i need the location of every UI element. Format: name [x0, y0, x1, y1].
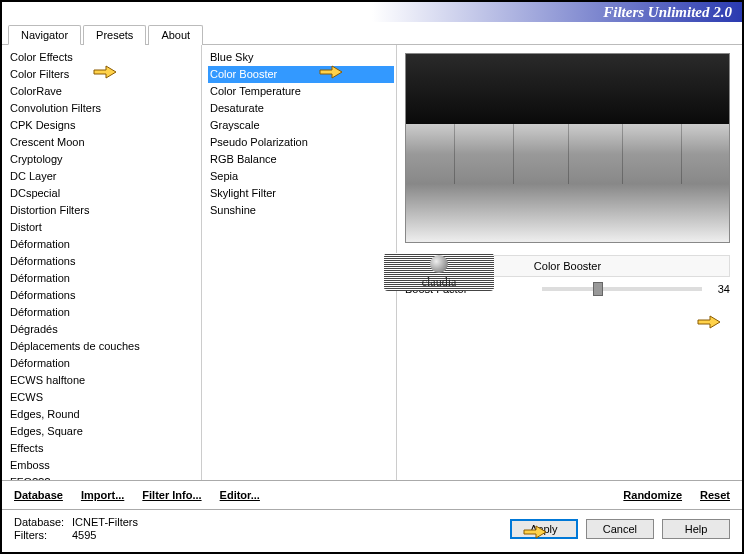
list-item[interactable]: ColorRave: [8, 83, 199, 100]
list-item[interactable]: Effects: [8, 440, 199, 457]
list-item[interactable]: Déformations: [8, 287, 199, 304]
list-item[interactable]: Déformation: [8, 355, 199, 372]
list-item[interactable]: Sunshine: [208, 202, 394, 219]
list-item[interactable]: Color Filters: [8, 66, 199, 83]
toolbar-reset[interactable]: Reset: [700, 489, 730, 501]
list-item[interactable]: ECWS: [8, 389, 199, 406]
list-item[interactable]: Color Temperature: [208, 83, 394, 100]
list-item[interactable]: Déformations: [8, 253, 199, 270]
footer-database-label: Database:: [14, 516, 72, 529]
list-item[interactable]: Sepia: [208, 168, 394, 185]
header-title: Filters Unlimited 2.0: [603, 4, 732, 21]
toolbar-import[interactable]: Import...: [81, 489, 124, 501]
list-item[interactable]: Blue Sky: [208, 49, 394, 66]
watermark: claudia: [384, 253, 494, 291]
footer-database-value: ICNET-Filters: [72, 516, 138, 529]
list-item[interactable]: Color Effects: [8, 49, 199, 66]
list-item[interactable]: Distortion Filters: [8, 202, 199, 219]
list-item[interactable]: Déplacements de couches: [8, 338, 199, 355]
list-item[interactable]: RGB Balance: [208, 151, 394, 168]
param-value-boost: 34: [708, 283, 730, 295]
filter-list[interactable]: Blue SkyColor BoosterColor TemperatureDe…: [202, 45, 396, 480]
help-button[interactable]: Help: [662, 519, 730, 539]
toolbar-filter-info[interactable]: Filter Info...: [142, 489, 201, 501]
list-item[interactable]: Edges, Square: [8, 423, 199, 440]
apply-button[interactable]: Apply: [510, 519, 578, 539]
list-item[interactable]: Desaturate: [208, 100, 394, 117]
list-item[interactable]: Color Booster: [208, 66, 394, 83]
preview-image: [405, 53, 730, 243]
filter-panel: Blue SkyColor BoosterColor TemperatureDe…: [202, 45, 397, 480]
list-item[interactable]: Crescent Moon: [8, 134, 199, 151]
tab-navigator[interactable]: Navigator: [8, 25, 81, 45]
cancel-button[interactable]: Cancel: [586, 519, 654, 539]
category-list[interactable]: Color EffectsColor FiltersColorRaveConvo…: [2, 45, 201, 480]
list-item[interactable]: Emboss: [8, 457, 199, 474]
toolbar-randomize[interactable]: Randomize: [623, 489, 682, 501]
category-panel: Color EffectsColor FiltersColorRaveConvo…: [2, 45, 202, 480]
tab-presets[interactable]: Presets: [83, 25, 146, 45]
footer-filters-label: Filters:: [14, 529, 72, 542]
list-item[interactable]: ECWS halftone: [8, 372, 199, 389]
list-item[interactable]: Déformation: [8, 236, 199, 253]
param-slider-boost[interactable]: [542, 287, 702, 291]
footer: Database: ICNET-Filters Filters: 4595 Ap…: [2, 510, 742, 552]
list-item[interactable]: Convolution Filters: [8, 100, 199, 117]
tab-about[interactable]: About: [148, 25, 203, 45]
list-item[interactable]: Déformation: [8, 270, 199, 287]
list-item[interactable]: DCspecial: [8, 185, 199, 202]
toolbar-database[interactable]: Database: [14, 489, 63, 501]
tab-bar: NavigatorPresetsAbout: [2, 24, 742, 45]
header: Filters Unlimited 2.0: [2, 2, 742, 22]
list-item[interactable]: DC Layer: [8, 168, 199, 185]
footer-filters-value: 4595: [72, 529, 96, 542]
list-item[interactable]: Skylight Filter: [208, 185, 394, 202]
toolbar-editor[interactable]: Editor...: [220, 489, 260, 501]
list-item[interactable]: Distort: [8, 219, 199, 236]
watermark-text: claudia: [422, 275, 457, 290]
toolbar: Database Import... Filter Info... Editor…: [2, 480, 742, 510]
footer-info: Database: ICNET-Filters Filters: 4595: [14, 516, 138, 542]
list-item[interactable]: Déformation: [8, 304, 199, 321]
list-item[interactable]: Edges, Round: [8, 406, 199, 423]
list-item[interactable]: Pseudo Polarization: [208, 134, 394, 151]
list-item[interactable]: Cryptology: [8, 151, 199, 168]
list-item[interactable]: Grayscale: [208, 117, 394, 134]
list-item[interactable]: CPK Designs: [8, 117, 199, 134]
list-item[interactable]: Dégradés: [8, 321, 199, 338]
